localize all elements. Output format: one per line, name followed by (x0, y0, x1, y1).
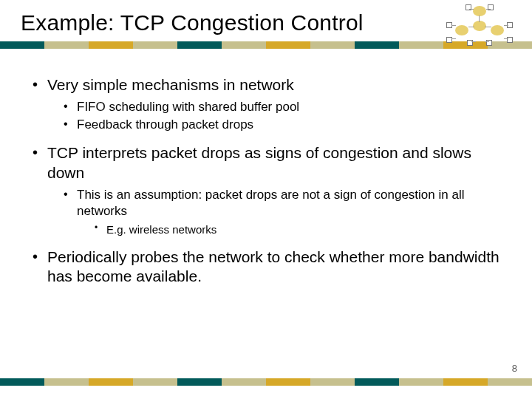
slide-body: Very simple mechanisms in networkFIFO sc… (0, 49, 532, 286)
stripe-segment (89, 41, 133, 49)
stripe-segment (399, 41, 443, 49)
network-diagram-icon (445, 4, 516, 50)
bullet-level-1: Periodically probes the network to check… (30, 248, 502, 287)
bullet-level-1: TCP interprets packet drops as signs of … (30, 143, 502, 236)
bullet-text: TCP interprets packet drops as signs of … (47, 144, 471, 180)
bullet-text: Very simple mechanisms in network (47, 76, 294, 93)
slide-title: Example: TCP Congestion Control (21, 10, 511, 35)
bullet-level-1: Very simple mechanisms in networkFIFO sc… (30, 75, 502, 133)
stripe-segment (133, 378, 177, 386)
stripe-segment (44, 41, 89, 49)
stripe-segment (0, 41, 44, 49)
stripe-segment (222, 41, 266, 49)
stripe-segment (89, 378, 133, 386)
stripe-segment (443, 378, 488, 386)
stripe-segment (44, 378, 89, 386)
page-number: 8 (512, 363, 517, 374)
stripe-segment (177, 41, 222, 49)
stripe-segment (355, 378, 399, 386)
bullet-level-2: Feedback through packet drops (59, 117, 502, 133)
stripe-segment (133, 41, 177, 49)
stripe-segment (399, 378, 443, 386)
bullet-text: E.g. wireless networks (106, 223, 216, 236)
stripe-segment (488, 378, 532, 386)
footer-stripe (0, 378, 532, 386)
bullet-text: This is an assumption: packet drops are … (77, 188, 464, 218)
stripe-segment (222, 378, 266, 386)
stripe-segment (355, 41, 399, 49)
bullet-level-3: E.g. wireless networks (90, 222, 502, 237)
title-area: Example: TCP Congestion Control (0, 0, 532, 41)
bullet-level-2: FIFO scheduling with shared buffer pool (59, 99, 502, 115)
stripe-segment (177, 378, 222, 386)
stripe-segment (0, 378, 44, 386)
bullet-level-2: This is an assumption: packet drops are … (59, 187, 502, 237)
bullet-text: Feedback through packet drops (77, 117, 253, 132)
stripe-segment (310, 378, 355, 386)
bullet-text: FIFO scheduling with shared buffer pool (77, 100, 299, 114)
stripe-segment (266, 378, 310, 386)
stripe-segment (266, 41, 310, 49)
bullet-text: Periodically probes the network to check… (47, 248, 499, 284)
stripe-segment (310, 41, 355, 49)
